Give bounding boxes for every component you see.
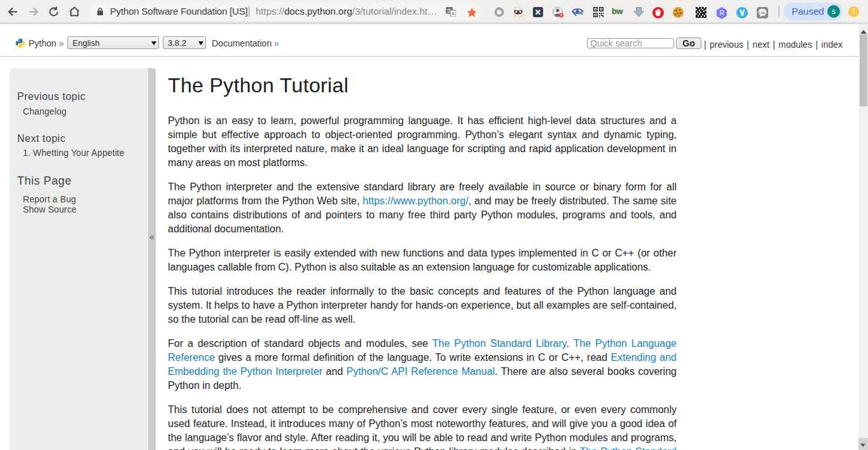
svg-text:R: R — [719, 10, 724, 17]
svg-text:LINE: LINE — [759, 11, 766, 15]
svg-text:A: A — [451, 11, 455, 17]
